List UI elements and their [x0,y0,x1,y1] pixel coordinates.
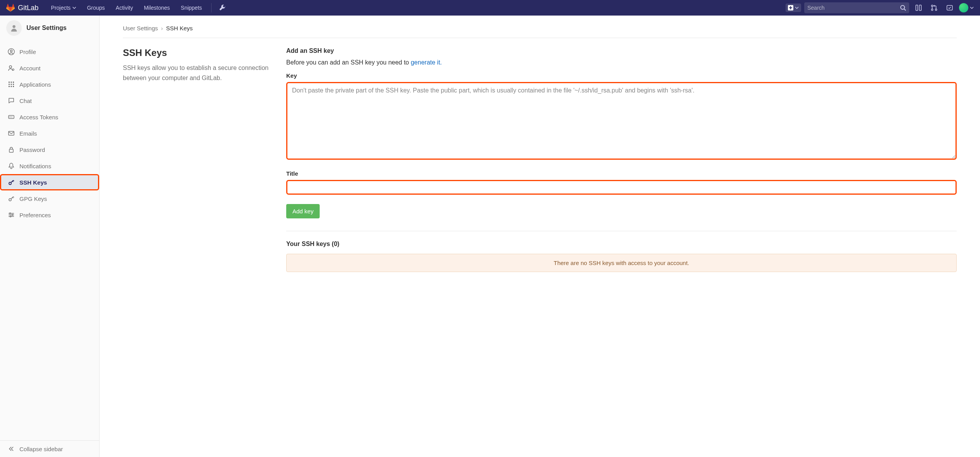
page-description: SSH keys allow you to establish a secure… [123,63,271,83]
add-key-button[interactable]: Add key [286,204,320,218]
svg-rect-26 [9,131,14,135]
preferences-icon [8,211,15,218]
content-row: SSH Keys SSH keys allow you to establish… [123,47,957,272]
nav-groups[interactable]: Groups [82,0,110,16]
svg-rect-19 [9,86,10,87]
content-left: SSH Keys SSH keys allow you to establish… [123,47,271,272]
key-icon [8,195,15,202]
user-avatar [959,3,968,12]
svg-point-11 [9,66,12,68]
notifications-icon [8,162,15,169]
nav-snippets[interactable]: Snippets [176,0,206,16]
sidebar-item-label: Preferences [19,212,51,218]
merge-requests-button[interactable] [928,2,940,14]
breadcrumb-current: SSH Keys [166,25,192,31]
sidebar-item-password[interactable]: Password [0,141,99,158]
sidebar-item-ssh-keys[interactable]: SSH Keys [0,174,99,190]
collapse-label: Collapse sidebar [19,446,63,452]
chat-icon [8,97,15,104]
sidebar: User Settings Profile Account Applicatio… [0,16,100,457]
user-silhouette-icon [10,24,18,32]
wrench-icon [219,5,226,11]
sidebar-item-label: Applications [19,81,51,88]
sidebar-item-label: Account [19,65,40,72]
sidebar-title: User Settings [26,24,66,31]
brand-text: GitLab [18,4,38,12]
svg-rect-18 [13,84,14,85]
todos-button[interactable] [943,2,956,14]
empty-keys-banner: There are no SSH keys with access to you… [286,254,957,272]
search-input[interactable] [807,5,900,11]
nav-projects[interactable]: Projects [46,0,81,16]
sidebar-item-preferences[interactable]: Preferences [0,207,99,223]
sidebar-item-notifications[interactable]: Notifications [0,158,99,174]
password-icon [8,146,15,153]
svg-point-5 [931,9,933,10]
collapse-icon [8,445,15,452]
sidebar-header: User Settings [0,16,99,40]
sidebar-nav: Profile Account Applications Chat Access… [0,40,99,223]
sidebar-item-label: SSH Keys [19,179,47,186]
svg-rect-13 [9,82,10,83]
svg-point-1 [901,5,905,9]
search-box[interactable] [804,2,909,13]
nav-milestones[interactable]: Milestones [139,0,175,16]
key-textarea[interactable] [286,82,957,160]
sidebar-item-label: Profile [19,49,36,55]
svg-rect-15 [13,82,14,83]
sidebar-avatar [6,20,22,36]
svg-point-31 [12,215,13,216]
chevron-down-icon [970,6,974,10]
sidebar-item-gpg-keys[interactable]: GPG Keys [0,190,99,207]
issues-button[interactable] [912,2,925,14]
collapse-sidebar-button[interactable]: Collapse sidebar [0,440,99,457]
svg-point-24 [10,117,11,117]
sidebar-item-profile[interactable]: Profile [0,44,99,60]
svg-point-25 [12,117,12,117]
sidebar-item-chat[interactable]: Chat [0,92,99,109]
svg-rect-3 [919,5,921,10]
svg-point-23 [9,117,10,117]
new-dropdown-button[interactable] [786,3,801,12]
sidebar-item-emails[interactable]: Emails [0,125,99,141]
gitlab-logo[interactable]: GitLab [6,3,38,12]
main-content: User Settings › SSH Keys SSH Keys SSH ke… [100,16,980,457]
gitlab-icon [6,3,15,12]
applications-icon [8,81,15,88]
svg-rect-17 [11,84,12,85]
chevron-down-icon [795,6,799,10]
page-layout: User Settings Profile Account Applicatio… [0,16,980,457]
sidebar-item-label: Notifications [19,163,51,169]
your-keys-heading: Your SSH keys (0) [286,241,957,248]
nav-activity[interactable]: Activity [111,0,138,16]
breadcrumb: User Settings › SSH Keys [123,25,957,38]
svg-rect-27 [9,149,13,152]
generate-it-link[interactable]: generate it. [411,59,442,66]
admin-wrench-button[interactable] [216,2,229,14]
content-right: Add an SSH key Before you can add an SSH… [286,47,957,272]
breadcrumb-parent[interactable]: User Settings [123,25,158,31]
user-menu-button[interactable] [959,3,974,12]
svg-rect-2 [916,5,918,10]
chevron-right-icon: › [161,25,163,31]
svg-point-8 [12,25,15,28]
account-icon [8,65,15,72]
sidebar-item-label: Chat [19,98,32,104]
page-heading: SSH Keys [123,47,271,58]
sidebar-item-applications[interactable]: Applications [0,76,99,92]
sidebar-item-access-tokens[interactable]: Access Tokens [0,109,99,125]
svg-rect-14 [11,82,12,83]
form-heading: Add an SSH key [286,47,957,54]
issues-icon [915,4,922,11]
profile-icon [8,48,15,55]
title-input[interactable] [286,180,957,195]
sidebar-item-account[interactable]: Account [0,60,99,76]
sidebar-item-label: Emails [19,130,37,137]
key-icon [8,179,15,186]
svg-point-4 [931,5,933,7]
svg-point-30 [10,213,11,214]
svg-point-6 [935,9,937,10]
nav-divider [211,3,212,12]
divider [286,231,957,231]
emails-icon [8,130,15,137]
